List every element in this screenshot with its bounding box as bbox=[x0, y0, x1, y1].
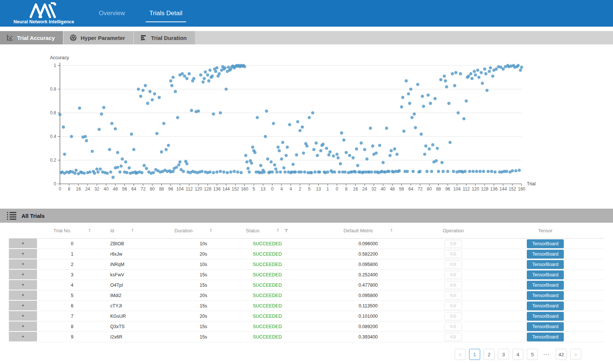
svg-text:8: 8 bbox=[345, 186, 347, 192]
expand-row-button[interactable]: + bbox=[9, 280, 37, 290]
svg-text:48: 48 bbox=[390, 186, 395, 192]
accuracy-scatter-chart[interactable]: 00.20.40.60.8108162432404856647280889610… bbox=[0, 52, 613, 197]
svg-text:1: 1 bbox=[326, 186, 329, 192]
expand-row-button[interactable]: + bbox=[9, 311, 37, 321]
tab-label: Trial Duration bbox=[151, 35, 187, 41]
cell-duration: 20s bbox=[168, 290, 218, 301]
svg-text:144: 144 bbox=[499, 186, 507, 192]
kill-button[interactable]: Kill bbox=[444, 271, 462, 279]
tensorboard-button[interactable]: TensorBoard bbox=[527, 322, 564, 331]
svg-text:8: 8 bbox=[68, 186, 71, 192]
cell-default-metric: 0.096000 bbox=[316, 239, 420, 249]
svg-text:72: 72 bbox=[141, 186, 146, 192]
tensorboard-button[interactable]: TensorBoard bbox=[527, 281, 564, 290]
filter-icon[interactable] bbox=[284, 229, 289, 233]
expand-row-button[interactable]: + bbox=[9, 249, 37, 259]
expand-row-button[interactable]: + bbox=[9, 321, 37, 332]
kill-button[interactable]: Kill bbox=[444, 312, 462, 320]
page-button-4[interactable]: 4 bbox=[512, 349, 523, 360]
cell-id: cTYJI bbox=[107, 301, 168, 311]
svg-text:152: 152 bbox=[509, 186, 516, 192]
svg-text:120: 120 bbox=[195, 186, 202, 192]
sort-status-icon[interactable]: ▲▼ bbox=[276, 228, 279, 233]
expand-row-button[interactable]: + bbox=[9, 332, 37, 342]
sort-trial-no-icon[interactable]: ▲▼ bbox=[88, 228, 91, 233]
svg-text:0: 0 bbox=[54, 181, 56, 186]
trial-accuracy-chart-section: 00.20.40.60.8108162432404856647280889610… bbox=[0, 52, 613, 197]
tensorboard-button[interactable]: TensorBoard bbox=[527, 250, 564, 259]
nav-trials-detail[interactable]: Trials Detail bbox=[148, 7, 184, 19]
expand-row-button[interactable]: + bbox=[9, 259, 37, 270]
top-nav: Overview Trials Detail bbox=[97, 0, 184, 27]
cell-duration: 10s bbox=[168, 259, 218, 270]
tensorboard-button[interactable]: TensorBoard bbox=[527, 270, 564, 279]
svg-text:56: 56 bbox=[399, 186, 404, 192]
kill-button[interactable]: Kill bbox=[444, 250, 462, 258]
svg-text:56: 56 bbox=[122, 186, 127, 192]
svg-text:2: 2 bbox=[299, 186, 302, 192]
kill-button[interactable]: Kill bbox=[444, 323, 462, 331]
kill-button[interactable]: Kill bbox=[444, 302, 462, 310]
page-button-last[interactable]: 42 bbox=[556, 349, 567, 360]
status-badge: SUCCEEDED bbox=[218, 280, 316, 290]
svg-text:32: 32 bbox=[371, 186, 377, 192]
tensorboard-button[interactable]: TensorBoard bbox=[527, 239, 564, 248]
expand-row-button[interactable]: + bbox=[9, 301, 37, 311]
tab-hyper-parameter[interactable]: Hyper Parameter bbox=[64, 31, 133, 44]
svg-text:80: 80 bbox=[150, 186, 155, 192]
sort-id-icon[interactable]: ▲▼ bbox=[131, 228, 134, 233]
pagination-ellipsis[interactable]: ••• bbox=[541, 349, 552, 360]
page-button-3[interactable]: 3 bbox=[498, 349, 509, 360]
list-icon bbox=[7, 212, 17, 220]
expand-row-button[interactable]: + bbox=[9, 290, 37, 301]
kill-button[interactable]: Kill bbox=[444, 260, 462, 269]
svg-text:16: 16 bbox=[76, 186, 81, 192]
svg-text:152: 152 bbox=[232, 186, 239, 192]
kill-button[interactable]: Kill bbox=[444, 240, 462, 248]
cell-id: iMdi2 bbox=[107, 290, 168, 301]
tensorboard-button[interactable]: TensorBoard bbox=[527, 260, 564, 269]
nav-overview[interactable]: Overview bbox=[97, 7, 127, 19]
svg-text:0: 0 bbox=[336, 186, 338, 192]
table-header-row: Trial No. ▲▼ Id ▲▼ Duration ▲▼ Status ▲▼… bbox=[9, 223, 604, 239]
tensorboard-button[interactable]: TensorBoard bbox=[527, 312, 564, 321]
sort-metric-icon[interactable]: ▲▼ bbox=[390, 228, 393, 233]
cell-id: ksFwV bbox=[107, 270, 168, 280]
kill-button[interactable]: Kill bbox=[444, 281, 462, 289]
svg-text:16: 16 bbox=[353, 186, 358, 192]
cell-id: KGsUR bbox=[107, 311, 168, 321]
svg-text:72: 72 bbox=[418, 186, 423, 192]
all-trials-bar: All Trials bbox=[0, 209, 613, 223]
view-tabstrip: Trial Accuracy Hyper Parameter Trial Dur… bbox=[0, 31, 613, 44]
trials-table: Trial No. ▲▼ Id ▲▼ Duration ▲▼ Status ▲▼… bbox=[9, 223, 604, 360]
expand-row-button[interactable]: + bbox=[9, 270, 37, 280]
svg-text:160: 160 bbox=[518, 186, 525, 192]
svg-text:40: 40 bbox=[104, 186, 109, 192]
sort-duration-icon[interactable]: ▲▼ bbox=[210, 228, 212, 233]
svg-text:24: 24 bbox=[85, 186, 90, 192]
tensorboard-button[interactable]: TensorBoard bbox=[527, 291, 564, 300]
expand-row-button[interactable]: + bbox=[9, 239, 37, 249]
tab-trial-duration[interactable]: Trial Duration bbox=[134, 31, 195, 44]
svg-text:0.2: 0.2 bbox=[50, 158, 56, 163]
status-badge: SUCCEEDED bbox=[218, 239, 316, 249]
tensorboard-button[interactable]: TensorBoard bbox=[527, 333, 564, 341]
status-badge: SUCCEEDED bbox=[218, 321, 316, 332]
svg-text:24: 24 bbox=[362, 186, 367, 192]
cell-trial-no: 9 bbox=[37, 332, 107, 342]
page-button-5[interactable]: 5 bbox=[527, 349, 538, 360]
page-button-2[interactable]: 2 bbox=[484, 349, 495, 360]
page-button-1[interactable]: 1 bbox=[469, 349, 480, 360]
tab-trial-accuracy[interactable]: Trial Accuracy bbox=[0, 31, 63, 44]
cell-duration: 15s bbox=[168, 321, 218, 332]
prev-page-button[interactable]: < bbox=[455, 349, 466, 360]
next-page-button[interactable]: > bbox=[570, 349, 581, 360]
table-row: + 7 KGsUR 20s SUCCEEDED 0.101000 Kill Te… bbox=[9, 311, 604, 321]
tab-label: Hyper Parameter bbox=[81, 35, 125, 41]
kill-button[interactable]: Kill bbox=[444, 291, 462, 300]
kill-button[interactable]: Kill bbox=[444, 333, 462, 341]
svg-text:136: 136 bbox=[490, 186, 498, 192]
svg-text:88: 88 bbox=[159, 186, 164, 192]
svg-text:128: 128 bbox=[204, 186, 211, 192]
tensorboard-button[interactable]: TensorBoard bbox=[527, 301, 564, 310]
